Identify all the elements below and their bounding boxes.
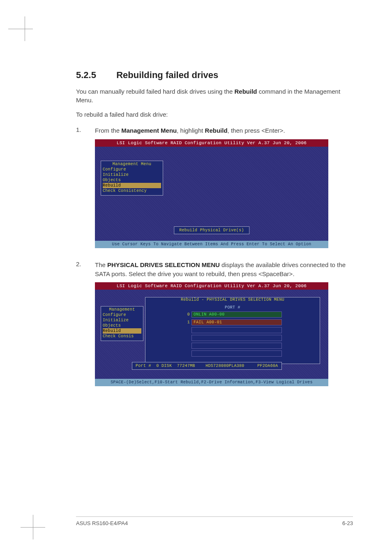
bios-titlebar: LSI Logic Software RAID Configuration Ut… xyxy=(95,282,328,290)
bios-screenshot-2: LSI Logic Software RAID Configuration Ut… xyxy=(95,282,328,386)
drive-row-empty xyxy=(183,350,282,357)
intro-paragraph-2: To rebuild a failed hard disk drive: xyxy=(76,110,353,119)
footer-product: ASUS RS160-E4/PA4 xyxy=(76,520,128,526)
drive-info-box: Port # 0 DISK 77247MB HDS728080PLA380 PF… xyxy=(132,362,282,370)
selection-panel-title: Rebuild - PHYSICAL DRIVES SELECTION MENU xyxy=(178,297,287,302)
menu-item-rebuild[interactable]: Rebuild xyxy=(103,183,161,188)
drive-row-empty xyxy=(183,327,282,333)
drive-row-0[interactable]: 0 ONLIN A00-00 xyxy=(183,311,282,318)
drive-row-empty xyxy=(183,343,282,349)
page-footer: ASUS RS160-E4/PA4 6-23 xyxy=(76,516,353,526)
section-heading: 5.2.5 Rebuilding failed drives xyxy=(76,70,353,81)
drive-index: 1 xyxy=(183,320,190,325)
management-menu-box: Management Menu Configure Initialize Obj… xyxy=(101,161,163,196)
drive-status-onlin: ONLIN A00-00 xyxy=(191,311,282,318)
step-text: From the Management Menu, highlight Rebu… xyxy=(95,126,285,135)
drive-row-empty xyxy=(183,335,282,341)
menu-item-initialize[interactable]: Initialize xyxy=(103,318,141,323)
management-menu-box: Management Configure Initialize Objects … xyxy=(101,306,143,341)
section-title-text: Rebuilding failed drives xyxy=(116,70,218,80)
bios-body: Management Menu Configure Initialize Obj… xyxy=(95,147,328,241)
step-1: 1. From the Management Menu, highlight R… xyxy=(76,126,353,135)
drive-index: 0 xyxy=(183,312,190,317)
status-message: Rebuild Physical Drive(s) xyxy=(174,226,249,234)
section-number: 5.2.5 xyxy=(76,70,114,81)
bios-footer-hint: SPACE-(De)Select,F10-Start Rebuild,F2-Dr… xyxy=(95,379,328,386)
menu-item-configure[interactable]: Configure xyxy=(103,312,141,318)
step-text: The PHYSICAL DRIVES SELECTION MENU displ… xyxy=(95,260,353,279)
menu-title: Management xyxy=(103,307,141,312)
menu-item-initialize[interactable]: Initialize xyxy=(103,172,161,177)
menu-item-check-consistency[interactable]: Check Consistency xyxy=(103,188,161,194)
crop-mark-top xyxy=(8,16,33,41)
port-header: PORT # xyxy=(145,305,320,310)
drive-row-1[interactable]: 1 FAIL A00-01 xyxy=(183,319,282,325)
drives-selection-panel: Rebuild - PHYSICAL DRIVES SELECTION MENU… xyxy=(145,297,320,364)
footer-page-number: 6-23 xyxy=(342,520,353,526)
step-number: 1. xyxy=(76,126,95,135)
menu-item-rebuild[interactable]: Rebuild xyxy=(103,328,141,334)
step-2: 2. The PHYSICAL DRIVES SELECTION MENU di… xyxy=(76,260,353,279)
menu-item-check-consis[interactable]: Check Consis xyxy=(103,334,141,339)
crop-mark-bottom xyxy=(21,515,45,539)
intro-paragraph-1: You can manually rebuild failed hard dis… xyxy=(76,87,353,104)
step-number: 2. xyxy=(76,260,95,279)
menu-item-configure[interactable]: Configure xyxy=(103,167,161,172)
menu-item-objects[interactable]: Objects xyxy=(103,323,141,328)
page-content: 5.2.5 Rebuilding failed drives You can m… xyxy=(0,0,392,386)
bios-body: Management Configure Initialize Objects … xyxy=(95,290,328,379)
menu-title: Management Menu xyxy=(103,162,161,166)
drive-status-fail: FAIL A00-01 xyxy=(191,319,282,325)
bios-titlebar: LSI Logic Software RAID Configuration Ut… xyxy=(95,139,328,147)
bios-screenshot-1: LSI Logic Software RAID Configuration Ut… xyxy=(95,139,328,248)
drive-slots: 0 ONLIN A00-00 1 FAIL A00-01 xyxy=(183,311,282,357)
menu-item-objects[interactable]: Objects xyxy=(103,177,161,183)
bios-footer-hint: Use Cursor Keys To Navigate Between Item… xyxy=(95,241,328,248)
